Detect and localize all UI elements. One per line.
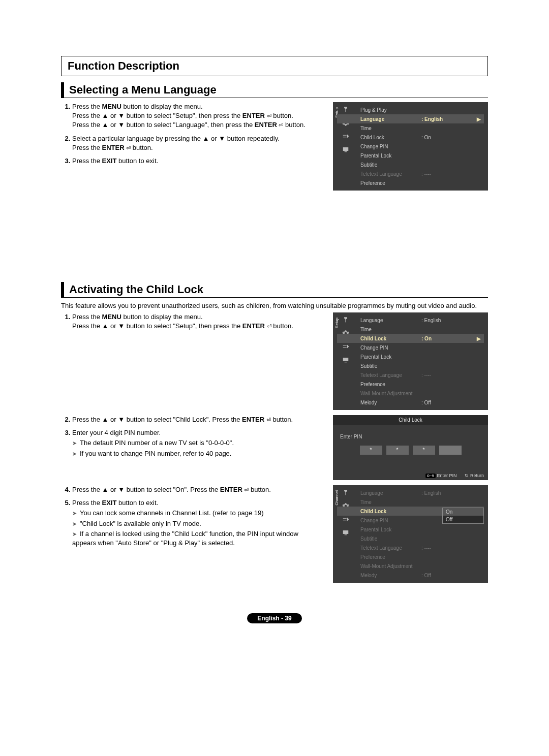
- osd-row[interactable]: Child Lock: On: [337, 133, 484, 142]
- osd-row-label: Change PIN: [360, 345, 421, 351]
- note: The default PIN number of a new TV set i…: [72, 438, 323, 448]
- osd-row-label: Language: [360, 490, 421, 496]
- osd-row[interactable]: Teletext Language: ----: [337, 169, 484, 178]
- osd-row-label: Change PIN: [360, 518, 421, 523]
- note: You can lock some channels in Channel Li…: [72, 509, 323, 518]
- osd-row[interactable]: Parental Lock: [337, 525, 484, 534]
- enter-icon: ⏎: [267, 113, 271, 119]
- osd-row-value: : ----: [421, 545, 431, 551]
- osd-row-label: Parental Lock: [360, 354, 421, 360]
- osd-row-label: Preference: [360, 554, 421, 560]
- osd-row[interactable]: Subtitle: [337, 160, 484, 169]
- instructions-childlock-3: Press the ▲ or ▼ button to select "On". …: [61, 485, 323, 552]
- osd-row[interactable]: Child Lock: On: [337, 334, 484, 343]
- osd-row[interactable]: Preference: [337, 380, 484, 389]
- osd-row[interactable]: Plug & Play: [337, 105, 484, 114]
- osd-row-label: Time: [360, 125, 421, 131]
- pin-digit[interactable]: *: [386, 446, 409, 455]
- pin-digit[interactable]: *: [413, 446, 435, 455]
- osd-row[interactable]: Language: English: [337, 114, 484, 123]
- section-title-childlock: Activating the Child Lock: [61, 282, 488, 298]
- osd-row[interactable]: Subtitle: [337, 361, 484, 370]
- osd-row[interactable]: Language: English: [337, 316, 484, 325]
- osd-row-label: Teletext Language: [360, 372, 421, 378]
- osd-row[interactable]: Time: [337, 497, 484, 507]
- osd-row[interactable]: Time: [337, 325, 484, 334]
- osd-channel-childlock: Channel On Off Language: EnglishTimeChil…: [333, 485, 488, 583]
- osd-row-label: Subtitle: [360, 363, 421, 369]
- osd-pin-entry: Child Lock Enter PIN * * * 0~9 Enter PIN…: [333, 415, 488, 480]
- osd-row[interactable]: Melody: Off: [337, 398, 484, 407]
- cl-step-2: Press the ▲ or ▼ button to select "Child…: [72, 415, 323, 424]
- section-title-language: Selecting a Menu Language: [61, 82, 488, 98]
- childlock-dropdown[interactable]: On Off: [442, 508, 484, 524]
- osd-row-label: Time: [360, 327, 421, 332]
- osd-row-label: Child Lock: [360, 509, 421, 514]
- osd-row[interactable]: Parental Lock: [337, 151, 484, 160]
- page-footer: English - 39: [61, 613, 488, 623]
- osd-row[interactable]: Change PIN: [337, 142, 484, 151]
- osd-row-value: : English: [421, 318, 441, 323]
- osd-row[interactable]: Language: English: [337, 488, 484, 497]
- osd-row-label: Child Lock: [360, 336, 421, 341]
- instructions-childlock-2: Press the ▲ or ▼ button to select "Child…: [61, 415, 323, 462]
- cl-step-5: Press the EXIT button to exit. You can l…: [72, 498, 323, 548]
- osd-row-label: Time: [360, 499, 421, 505]
- osd-row[interactable]: Teletext Language: ----: [337, 370, 484, 380]
- pin-title: Child Lock: [333, 415, 488, 425]
- osd-row-label: Parental Lock: [360, 527, 421, 532]
- osd-row[interactable]: Preference: [337, 552, 484, 561]
- cl-step-4: Press the ▲ or ▼ button to select "On". …: [72, 485, 323, 494]
- osd-row-label: Plug & Play: [360, 107, 421, 113]
- osd-row-label: Wall-Mount Adjustment: [360, 391, 421, 396]
- osd-row-label: Subtitle: [360, 162, 421, 168]
- page-number: English - 39: [247, 613, 301, 623]
- enter-icon: ⏎: [267, 323, 271, 329]
- enter-icon: ⏎: [126, 145, 131, 151]
- keys-hint: 0~9: [425, 474, 436, 478]
- osd-row[interactable]: Wall-Mount Adjustment: [337, 389, 484, 398]
- note: If you want to change PIN number, refer …: [72, 449, 323, 458]
- osd-row-label: Melody: [360, 400, 421, 405]
- osd-row[interactable]: Teletext Language: ----: [337, 543, 484, 552]
- osd-row-value: : On: [421, 135, 431, 140]
- osd-row-label: Preference: [360, 382, 421, 387]
- osd-row[interactable]: Change PIN: [337, 343, 484, 352]
- osd-row[interactable]: Wall-Mount Adjustment: [337, 561, 484, 571]
- osd-row[interactable]: Subtitle: [337, 534, 484, 543]
- osd-row-label: Child Lock: [360, 135, 421, 140]
- instructions-childlock-1: Press the MENU button to display the men…: [61, 312, 323, 335]
- osd-row-value: : ----: [421, 171, 431, 177]
- osd-row-value: : English: [421, 116, 443, 122]
- osd-row[interactable]: Parental Lock: [337, 352, 484, 361]
- pin-footer: 0~9 Enter PIN ↻ Return: [337, 470, 484, 478]
- instructions-language: Press the MENU button to display the men…: [61, 102, 323, 170]
- cl-step-3: Enter your 4 digit PIN number. The defau…: [72, 428, 323, 458]
- note: "Child Lock" is available only in TV mod…: [72, 519, 323, 528]
- osd-row-value: : Off: [421, 573, 431, 578]
- cl-step-1: Press the MENU button to display the men…: [72, 312, 323, 331]
- pin-digits[interactable]: * * *: [337, 446, 484, 455]
- osd-row[interactable]: Melody: Off: [337, 571, 484, 580]
- osd-row-label: Melody: [360, 573, 421, 578]
- return-icon: ↻: [465, 473, 469, 478]
- pin-digit[interactable]: *: [360, 446, 382, 455]
- osd-row-label: Preference: [360, 180, 421, 186]
- pin-digit[interactable]: [439, 446, 462, 455]
- osd-row[interactable]: Preference: [337, 178, 484, 187]
- osd-row[interactable]: Time: [337, 123, 484, 133]
- enter-icon: ⏎: [266, 417, 271, 423]
- dropdown-option-off[interactable]: Off: [443, 516, 483, 523]
- osd-row-value: : English: [421, 490, 441, 496]
- osd-setup-language: Setup Plug & PlayLanguage: EnglishTimeCh…: [333, 102, 488, 191]
- osd-row-label: Teletext Language: [360, 545, 421, 551]
- osd-row-value: : Off: [421, 400, 431, 405]
- note: If a channel is locked using the "Child …: [72, 529, 323, 548]
- dropdown-option-on[interactable]: On: [443, 508, 483, 516]
- function-description-title: Function Description: [61, 56, 488, 76]
- step-3: Press the EXIT button to exit.: [72, 156, 323, 166]
- pin-enter-label: Enter PIN: [337, 433, 484, 440]
- osd-row-value: : On: [421, 336, 432, 341]
- osd-row-label: Subtitle: [360, 536, 421, 542]
- osd-row-label: Wall-Mount Adjustment: [360, 563, 421, 569]
